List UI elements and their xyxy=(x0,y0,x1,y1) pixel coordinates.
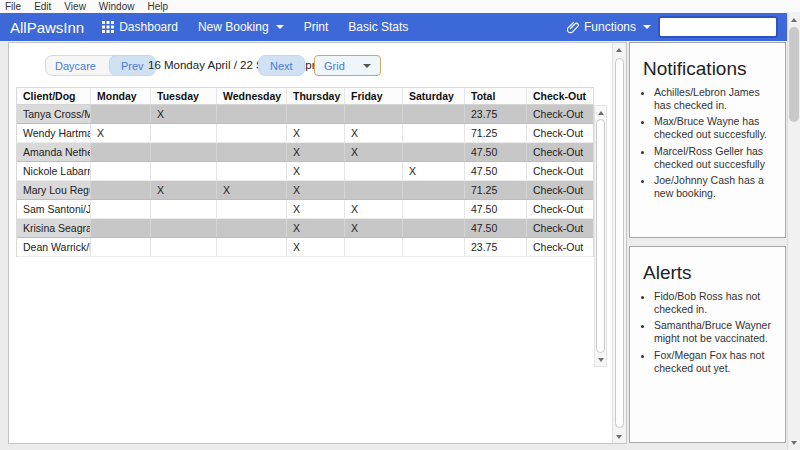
navbar: AllPawsInn Dashboard New Booking Print B… xyxy=(0,13,800,41)
table-header: Client/DogMondayTuesdayWednesdayThursday… xyxy=(17,88,593,105)
notifications-panel: Notifications Achilles/Lebron James has … xyxy=(629,42,786,238)
search-input[interactable] xyxy=(658,16,778,38)
day-cell xyxy=(345,105,403,123)
paperclip-icon xyxy=(567,21,579,34)
chevron-down-icon xyxy=(276,25,284,29)
scroll-down-arrow[interactable] xyxy=(788,436,800,449)
checkout-button[interactable]: Check-Out xyxy=(527,162,595,180)
scroll-down-arrow[interactable] xyxy=(595,353,607,366)
notification-item: Achilles/Lebron James has checked in. xyxy=(654,86,779,112)
scroll-up-arrow[interactable] xyxy=(788,13,800,26)
day-cell xyxy=(91,162,151,180)
menu-help[interactable]: Help xyxy=(147,1,168,12)
alerts-panel: Alerts Fido/Bob Ross has not checked in.… xyxy=(629,246,786,443)
column-header: Monday xyxy=(91,88,151,104)
client-dog-cell: Nickole Labarre xyxy=(17,162,91,180)
day-cell xyxy=(217,105,287,123)
menu-bar: FileEditViewWindowHelp xyxy=(0,0,800,13)
scroll-up-arrow[interactable] xyxy=(595,106,607,119)
day-cell: X xyxy=(287,162,345,180)
menu-view[interactable]: View xyxy=(64,1,86,12)
column-header: Tuesday xyxy=(151,88,217,104)
total-cell: 47.50 xyxy=(465,162,527,180)
day-cell xyxy=(217,238,287,256)
table-row: Wendy HartmanXXX71.25Check-Out xyxy=(17,124,593,143)
menu-file[interactable]: File xyxy=(5,1,21,12)
checkout-button[interactable]: Check-Out xyxy=(527,238,595,256)
functions-menu[interactable]: Functions xyxy=(567,20,651,34)
panel-scrollbar-thumb[interactable] xyxy=(615,58,624,428)
window-scrollbar-thumb[interactable] xyxy=(789,27,799,122)
day-cell: X xyxy=(345,219,403,237)
day-cell xyxy=(91,219,151,237)
day-cell: X xyxy=(287,200,345,218)
total-cell: 71.25 xyxy=(465,181,527,199)
day-cell xyxy=(91,143,151,161)
nav-new-booking[interactable]: New Booking xyxy=(198,20,284,34)
checkout-button[interactable]: Check-Out xyxy=(527,143,595,161)
client-dog-cell: Mary Lou Regul xyxy=(17,181,91,199)
day-cell xyxy=(345,181,403,199)
notification-item: Marcel/Ross Geller has checked out succe… xyxy=(654,145,779,171)
scroll-up-arrow[interactable] xyxy=(613,43,625,56)
table-scrollbar-thumb[interactable] xyxy=(596,119,605,353)
window-scrollbar[interactable] xyxy=(787,12,800,450)
total-cell: 47.50 xyxy=(465,219,527,237)
nav-basic-stats[interactable]: Basic Stats xyxy=(348,20,408,34)
column-header: Thursday xyxy=(287,88,345,104)
view-mode-select[interactable]: Grid xyxy=(314,55,381,76)
column-header: Saturday xyxy=(403,88,465,104)
service-type-value: Daycare xyxy=(55,60,96,72)
alert-item: Fox/Megan Fox has not checked out yet. xyxy=(654,349,779,375)
day-cell xyxy=(217,124,287,142)
checkout-button[interactable]: Check-Out xyxy=(527,124,595,142)
nav-dashboard[interactable]: Dashboard xyxy=(102,20,178,34)
nav-print-label: Print xyxy=(304,20,329,34)
table-row: Tanya Cross/MaX23.75Check-Out xyxy=(17,105,593,124)
prev-label: Prev xyxy=(121,60,144,72)
nav-print[interactable]: Print xyxy=(304,20,329,34)
day-cell xyxy=(403,181,465,199)
schedule-panel: Daycare Prev 16 Monday April / 22 Sunday… xyxy=(8,42,627,444)
alerts-title: Alerts xyxy=(643,262,785,284)
scroll-down-arrow[interactable] xyxy=(613,430,625,443)
total-cell: 47.50 xyxy=(465,143,527,161)
table-row: Nickole LabarreXX47.50Check-Out xyxy=(17,162,593,181)
day-cell xyxy=(403,238,465,256)
checkout-button[interactable]: Check-Out xyxy=(527,219,595,237)
client-dog-cell: Krisina Seagrav xyxy=(17,219,91,237)
day-cell xyxy=(217,200,287,218)
panel-scrollbar[interactable] xyxy=(612,43,626,443)
total-cell: 23.75 xyxy=(465,238,527,256)
day-cell: X xyxy=(345,124,403,142)
checkout-button[interactable]: Check-Out xyxy=(527,181,595,199)
day-cell xyxy=(91,105,151,123)
menu-edit[interactable]: Edit xyxy=(34,1,51,12)
day-cell xyxy=(151,200,217,218)
day-cell xyxy=(403,219,465,237)
day-cell xyxy=(217,162,287,180)
chevron-down-icon xyxy=(643,25,651,29)
next-week-button[interactable]: Next xyxy=(258,55,305,76)
table-row: Dean Warrick/RiX23.75Check-Out xyxy=(17,238,593,257)
client-dog-cell: Dean Warrick/Ri xyxy=(17,238,91,256)
day-cell: X xyxy=(287,219,345,237)
alert-item: Samantha/Bruce Wayner might not be vacci… xyxy=(654,319,779,345)
menu-window[interactable]: Window xyxy=(99,1,135,12)
checkout-button[interactable]: Check-Out xyxy=(527,200,595,218)
day-cell: X xyxy=(403,162,465,180)
table-row: Sam Santoni/JaXX47.50Check-Out xyxy=(17,200,593,219)
day-cell xyxy=(91,238,151,256)
day-cell xyxy=(151,219,217,237)
column-header: Total xyxy=(465,88,527,104)
next-label: Next xyxy=(270,60,293,72)
day-cell xyxy=(403,200,465,218)
notification-item: Max/Bruce Wayne has checked out succesfu… xyxy=(654,115,779,141)
day-cell xyxy=(151,124,217,142)
table-row: Mary Lou RegulXXX71.25Check-Out xyxy=(17,181,593,200)
table-scrollbar[interactable] xyxy=(594,105,607,367)
table-row: Amanda NetherlXX47.50Check-Out xyxy=(17,143,593,162)
checkout-button[interactable]: Check-Out xyxy=(527,105,595,123)
day-cell: X xyxy=(287,181,345,199)
nav-basic-stats-label: Basic Stats xyxy=(348,20,408,34)
